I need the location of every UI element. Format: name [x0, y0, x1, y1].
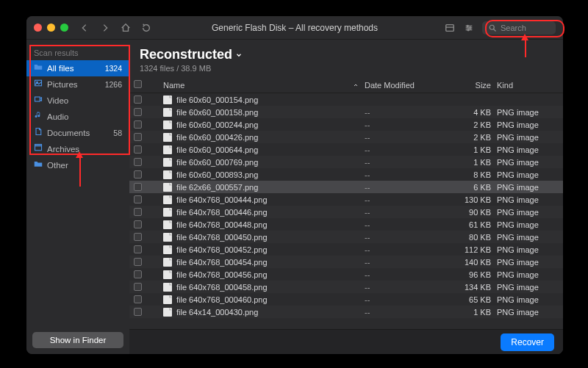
row-name: file 60x60_000426.png	[146, 133, 365, 142]
sidebar-item-documents[interactable]: Documents58	[26, 125, 129, 141]
table-row[interactable]: file 60x60_000426.png--2 KBPNG image	[129, 131, 563, 143]
table-row[interactable]: file 60x60_000244.png--2 KBPNG image	[129, 118, 563, 131]
row-kind: PNG image	[497, 233, 563, 242]
row-date: --	[365, 308, 445, 317]
row-name: file 640x768_000450.png	[146, 233, 365, 242]
svg-point-5	[467, 25, 468, 26]
row-checkbox[interactable]	[129, 258, 146, 266]
filter-button[interactable]	[463, 22, 475, 34]
forward-button[interactable]	[99, 22, 111, 34]
row-date: --	[365, 295, 445, 304]
chevron-down-icon	[235, 51, 243, 59]
annotation-arrow-search	[525, 38, 526, 57]
row-checkbox[interactable]	[129, 220, 146, 228]
svg-line-9	[494, 29, 496, 31]
recover-button[interactable]: Recover	[501, 333, 554, 351]
file-icon	[163, 308, 172, 317]
sidebar-item-video[interactable]: Video	[26, 93, 129, 109]
row-checkbox[interactable]	[129, 145, 146, 154]
row-checkbox[interactable]	[129, 158, 146, 166]
table-row[interactable]: file 640x768_000456.png--96 KBPNG image	[129, 268, 563, 281]
table-row[interactable]: file 640x768_000446.png--90 KBPNG image	[129, 206, 563, 218]
sidebar-item-label: Other	[47, 159, 68, 171]
close-window[interactable]	[34, 24, 42, 32]
col-name[interactable]: Name	[146, 81, 365, 90]
row-checkbox[interactable]	[129, 108, 146, 116]
table-row[interactable]: file 640x768_000460.png--65 KBPNG image	[129, 293, 563, 306]
table-row[interactable]: file 60x60_000154.png	[129, 93, 563, 106]
row-size: 96 KB	[445, 270, 497, 279]
table-row[interactable]: file 60x60_000158.png--4 KBPNG image	[129, 106, 563, 118]
home-button[interactable]	[120, 22, 132, 34]
row-checkbox[interactable]	[129, 270, 146, 278]
table-row[interactable]: file 640x768_000458.png--134 KBPNG image	[129, 281, 563, 293]
row-checkbox[interactable]	[129, 283, 146, 291]
table-row[interactable]: file 640x768_000452.png--112 KBPNG image	[129, 243, 563, 256]
file-icon	[163, 258, 172, 267]
file-icon	[163, 208, 172, 217]
sidebar-item-other[interactable]: Other	[26, 157, 129, 173]
row-kind: PNG image	[497, 170, 563, 179]
section-subtitle: 1324 files / 38.9 MB	[140, 64, 553, 73]
main-pane: Reconstructed 1324 files / 38.9 MB Name …	[129, 40, 563, 354]
table-row[interactable]: file 640x768_000448.png--61 KBPNG image	[129, 218, 563, 231]
row-size: 112 KB	[445, 245, 497, 254]
row-size: 140 KB	[445, 258, 497, 267]
row-kind: PNG image	[497, 258, 563, 267]
row-checkbox[interactable]	[129, 183, 146, 191]
zoom-window[interactable]	[60, 24, 68, 32]
file-icon	[163, 233, 172, 242]
file-icon	[163, 195, 172, 204]
row-size: 8 KB	[445, 170, 497, 179]
table-row[interactable]: file 60x60_000893.png--8 KBPNG image	[129, 168, 563, 181]
table-row[interactable]: file 640x768_000454.png--140 KBPNG image	[129, 256, 563, 268]
minimize-window[interactable]	[47, 24, 55, 32]
row-checkbox[interactable]	[129, 245, 146, 253]
row-checkbox[interactable]	[129, 233, 146, 241]
table-row[interactable]: file 64x14_000430.png--1 KBPNG image	[129, 306, 563, 318]
show-in-finder-button[interactable]: Show in Finder	[32, 332, 123, 348]
row-checkbox[interactable]	[129, 295, 146, 303]
row-date: --	[365, 258, 445, 267]
row-checkbox[interactable]	[129, 170, 146, 178]
select-all-checkbox[interactable]	[129, 80, 146, 90]
col-date-modified[interactable]: Date Modified	[365, 81, 445, 90]
row-date: --	[365, 170, 445, 179]
traffic-lights	[34, 24, 68, 32]
section-title[interactable]: Reconstructed	[140, 47, 553, 62]
table-row[interactable]: file 60x60_000644.png--1 KBPNG image	[129, 143, 563, 156]
row-name: file 60x60_000158.png	[146, 108, 365, 117]
table-row[interactable]: file 60x60_000769.png--1 KBPNG image	[129, 156, 563, 168]
row-size: 90 KB	[445, 208, 497, 217]
row-name: file 60x60_000893.png	[146, 170, 365, 179]
sidebar-item-all-files[interactable]: All files1324	[26, 60, 129, 76]
table-row[interactable]: file 640x768_000444.png--130 KBPNG image	[129, 193, 563, 206]
col-kind[interactable]: Kind	[497, 81, 563, 90]
col-size[interactable]: Size	[445, 81, 497, 90]
row-size: 134 KB	[445, 283, 497, 292]
row-checkbox[interactable]	[129, 120, 146, 129]
row-checkbox[interactable]	[129, 95, 146, 104]
refresh-button[interactable]	[140, 22, 152, 34]
row-date: --	[365, 220, 445, 229]
sidebar-item-count: 1324	[105, 62, 122, 74]
search-box[interactable]	[482, 21, 556, 35]
row-date: --	[365, 158, 445, 167]
sidebar-item-pictures[interactable]: Pictures1266	[26, 76, 129, 93]
search-input[interactable]	[501, 24, 552, 32]
sidebar-item-count: 58	[113, 127, 122, 139]
table-row[interactable]: file 62x66_000557.png--6 KBPNG image	[129, 181, 563, 193]
other-icon	[34, 159, 43, 171]
back-button[interactable]	[79, 22, 90, 34]
row-name: file 640x768_000458.png	[146, 283, 365, 292]
row-checkbox[interactable]	[129, 208, 146, 216]
row-size: 1 KB	[445, 158, 497, 167]
search-icon	[488, 24, 497, 32]
annotation-arrowhead-search	[521, 34, 528, 40]
table-row[interactable]: file 640x768_000450.png--80 KBPNG image	[129, 231, 563, 243]
row-checkbox[interactable]	[129, 308, 146, 316]
row-checkbox[interactable]	[129, 195, 146, 203]
sidebar-item-audio[interactable]: Audio	[26, 109, 129, 125]
row-checkbox[interactable]	[129, 133, 146, 141]
view-options-button[interactable]	[444, 22, 456, 34]
